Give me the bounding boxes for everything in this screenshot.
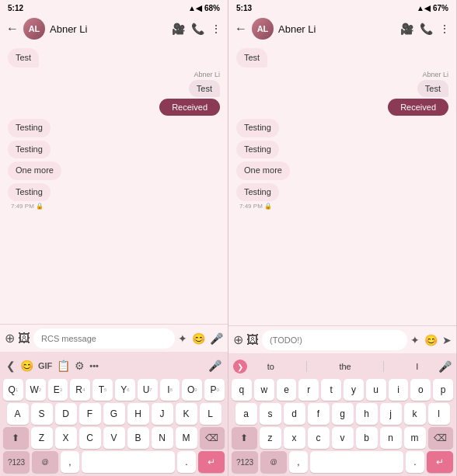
key-f[interactable]: F xyxy=(79,403,101,425)
key-li[interactable]: i xyxy=(389,379,409,401)
key-lv[interactable]: v xyxy=(332,427,354,449)
gallery-icon-left[interactable]: 🖼 xyxy=(18,332,30,346)
suggestion-i[interactable]: I xyxy=(411,362,423,371)
message-input-right[interactable] xyxy=(262,330,407,350)
key-comma-r[interactable]: , xyxy=(289,451,308,473)
key-lg[interactable]: g xyxy=(332,403,354,425)
emoji-icon-right[interactable]: 😊 xyxy=(424,334,438,346)
more-options-icon-right[interactable]: ⋮ xyxy=(439,23,450,35)
ai-icon-right[interactable]: ✦ xyxy=(410,334,420,346)
key-space[interactable] xyxy=(82,451,175,473)
key-g[interactable]: G xyxy=(103,403,125,425)
video-call-icon-left[interactable]: 🎥 xyxy=(172,23,185,35)
key-numbers-r[interactable]: ?123 xyxy=(232,451,258,473)
key-lx[interactable]: x xyxy=(284,427,305,449)
key-q[interactable]: Q1 xyxy=(3,379,23,401)
phone-icon-right[interactable]: 📞 xyxy=(420,23,433,35)
key-k[interactable]: K xyxy=(176,403,197,425)
kb-back-icon[interactable]: ❮ xyxy=(6,360,16,372)
suggestion-mic-icon[interactable]: 🎤 xyxy=(438,360,452,373)
key-lp[interactable]: p xyxy=(433,379,453,401)
key-lh[interactable]: h xyxy=(356,403,378,425)
key-b[interactable]: B xyxy=(127,427,149,449)
suggestion-expand-icon[interactable]: ❯ xyxy=(233,360,247,374)
kb-mic-icon[interactable]: 🎤 xyxy=(208,360,222,372)
key-t[interactable]: T5 xyxy=(92,379,113,401)
key-w[interactable]: W2 xyxy=(26,379,46,401)
more-options-icon-left[interactable]: ⋮ xyxy=(211,23,222,35)
key-lm[interactable]: m xyxy=(404,427,426,449)
key-ls[interactable]: s xyxy=(260,403,281,425)
key-o[interactable]: O9 xyxy=(182,379,202,401)
key-numbers[interactable]: ?123 xyxy=(3,451,30,473)
key-lb[interactable]: b xyxy=(356,427,378,449)
add-icon-right[interactable]: ⊕ xyxy=(233,332,243,347)
key-at-r[interactable]: @ xyxy=(260,451,287,473)
key-i[interactable]: I8 xyxy=(160,379,180,401)
key-ly[interactable]: y xyxy=(344,379,364,401)
emoji-icon-left[interactable]: 😊 xyxy=(192,332,205,345)
phone-icon-left[interactable]: 📞 xyxy=(191,23,204,35)
kb-sticker-icon[interactable]: 😊 xyxy=(20,360,33,372)
mic-icon-left[interactable]: 🎤 xyxy=(210,332,223,345)
key-shift-r[interactable]: ⬆ xyxy=(232,427,257,449)
key-ll[interactable]: l xyxy=(428,403,450,425)
key-d[interactable]: D xyxy=(55,403,77,425)
key-la[interactable]: a xyxy=(235,403,257,425)
key-lw[interactable]: w xyxy=(254,379,274,401)
key-lf[interactable]: f xyxy=(308,403,330,425)
send-icon-right[interactable]: ➤ xyxy=(442,334,452,346)
key-lt[interactable]: t xyxy=(321,379,341,401)
key-ld[interactable]: d xyxy=(284,403,305,425)
key-e[interactable]: E3 xyxy=(48,379,68,401)
key-m[interactable]: M xyxy=(176,427,197,449)
gallery-icon-right[interactable]: 🖼 xyxy=(246,333,259,347)
key-lz[interactable]: z xyxy=(260,427,281,449)
kb-clipboard-icon[interactable]: 📋 xyxy=(57,360,70,372)
key-period-r[interactable]: . xyxy=(406,451,424,473)
key-l[interactable]: L xyxy=(200,403,222,425)
kb-settings-icon[interactable]: ⚙ xyxy=(75,360,85,372)
key-comma[interactable]: , xyxy=(61,451,79,473)
key-lr[interactable]: r xyxy=(298,379,319,401)
key-lk[interactable]: k xyxy=(404,403,426,425)
key-at[interactable]: @ xyxy=(32,451,58,473)
key-ln[interactable]: n xyxy=(380,427,402,449)
key-j[interactable]: J xyxy=(152,403,173,425)
add-icon-left[interactable]: ⊕ xyxy=(5,331,15,346)
key-v[interactable]: V xyxy=(103,427,125,449)
key-n[interactable]: N xyxy=(152,427,173,449)
key-z[interactable]: Z xyxy=(31,427,53,449)
suggestion-to[interactable]: to xyxy=(263,362,279,371)
key-lo[interactable]: o xyxy=(410,379,431,401)
suggestion-the[interactable]: the xyxy=(334,362,355,371)
key-enter-r[interactable]: ↵ xyxy=(427,451,453,473)
key-shift[interactable]: ⬆ xyxy=(3,427,29,449)
key-h[interactable]: H xyxy=(127,403,149,425)
ai-icon-left[interactable]: ✦ xyxy=(178,332,187,345)
key-lu[interactable]: u xyxy=(366,379,386,401)
key-period[interactable]: . xyxy=(177,451,196,473)
key-p[interactable]: P0 xyxy=(204,379,225,401)
video-call-icon-right[interactable]: 🎥 xyxy=(400,23,413,35)
back-button-right[interactable]: ← xyxy=(235,22,247,36)
key-c[interactable]: C xyxy=(79,427,101,449)
key-lc[interactable]: c xyxy=(308,427,330,449)
key-x[interactable]: X xyxy=(55,427,77,449)
key-backspace-r[interactable]: ⌫ xyxy=(428,427,454,449)
key-le[interactable]: e xyxy=(277,379,297,401)
key-r[interactable]: R4 xyxy=(70,379,90,401)
key-s[interactable]: S xyxy=(31,403,53,425)
key-a[interactable]: A xyxy=(7,403,29,425)
message-input-left[interactable] xyxy=(33,328,175,349)
key-lq[interactable]: q xyxy=(232,379,252,401)
key-enter[interactable]: ↵ xyxy=(198,451,225,473)
key-backspace[interactable]: ⌫ xyxy=(200,427,225,449)
key-space-r[interactable] xyxy=(310,451,403,473)
back-button-left[interactable]: ← xyxy=(6,22,19,36)
kb-gif-label[interactable]: GIF xyxy=(38,361,52,370)
key-y[interactable]: Y6 xyxy=(115,379,135,401)
key-lj[interactable]: j xyxy=(380,403,402,425)
key-u[interactable]: U7 xyxy=(138,379,158,401)
kb-more-label[interactable]: ••• xyxy=(89,361,99,370)
